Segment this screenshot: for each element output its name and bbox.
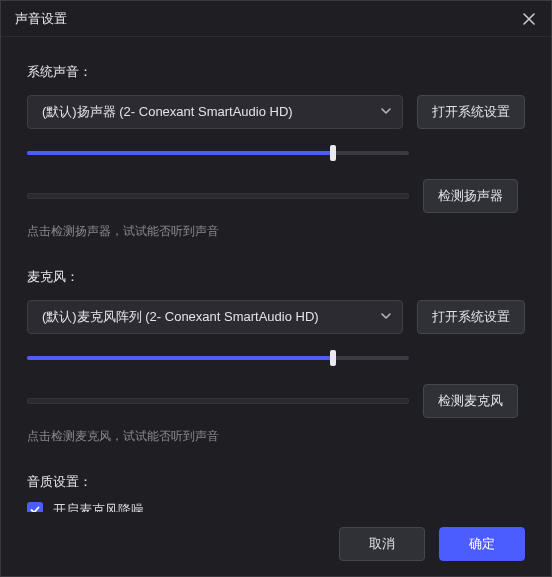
quality-label: 音质设置： [27,473,525,491]
noise-reduction-checkbox[interactable] [27,502,43,512]
microphone-volume-slider[interactable] [27,348,409,368]
audio-settings-dialog: 声音设置 系统声音： (默认)扬声器 (2- Conexant SmartAud… [0,0,552,577]
close-icon [522,12,536,26]
test-speaker-button[interactable]: 检测扬声器 [423,179,518,213]
open-system-settings-button-speaker[interactable]: 打开系统设置 [417,95,525,129]
chevron-down-icon [380,105,392,120]
open-system-settings-label: 打开系统设置 [432,103,510,121]
open-system-settings-button-mic[interactable]: 打开系统设置 [417,300,525,334]
open-system-settings-mic-label: 打开系统设置 [432,308,510,326]
noise-reduction-label: 开启麦克风降噪 [53,501,144,512]
dialog-content: 系统声音： (默认)扬声器 (2- Conexant SmartAudio HD… [1,37,551,512]
slider-thumb[interactable] [330,145,336,161]
microphone-hint: 点击检测麦克风，试试能否听到声音 [27,428,525,445]
test-microphone-button[interactable]: 检测麦克风 [423,384,518,418]
system-sound-device-value: (默认)扬声器 (2- Conexant SmartAudio HD) [42,103,293,121]
slider-fill [27,356,333,360]
ok-button[interactable]: 确定 [439,527,525,561]
check-icon [30,505,40,512]
cancel-button[interactable]: 取消 [339,527,425,561]
dialog-footer: 取消 确定 [1,512,551,576]
close-button[interactable] [515,5,543,33]
speaker-level-meter [27,193,409,199]
chevron-down-icon [380,310,392,325]
slider-fill [27,151,333,155]
microphone-label: 麦克风： [27,268,525,286]
microphone-level-meter [27,398,409,404]
microphone-device-select[interactable]: (默认)麦克风阵列 (2- Conexant SmartAudio HD) [27,300,403,334]
ok-label: 确定 [469,535,495,553]
speaker-hint: 点击检测扬声器，试试能否听到声音 [27,223,525,240]
dialog-title: 声音设置 [15,10,67,28]
microphone-device-value: (默认)麦克风阵列 (2- Conexant SmartAudio HD) [42,308,319,326]
test-microphone-label: 检测麦克风 [438,392,503,410]
system-sound-label: 系统声音： [27,63,525,81]
titlebar: 声音设置 [1,1,551,37]
test-speaker-label: 检测扬声器 [438,187,503,205]
slider-thumb[interactable] [330,350,336,366]
system-sound-device-select[interactable]: (默认)扬声器 (2- Conexant SmartAudio HD) [27,95,403,129]
speaker-volume-slider[interactable] [27,143,409,163]
cancel-label: 取消 [369,535,395,553]
